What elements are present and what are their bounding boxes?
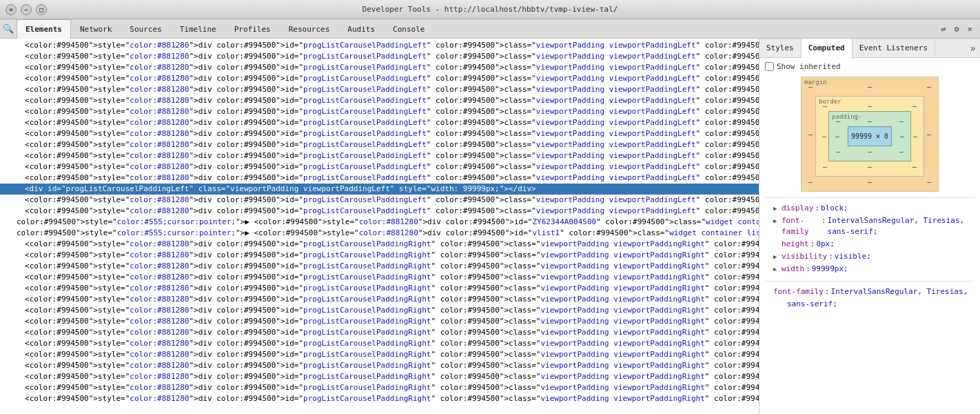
nav-icons: ⇌ ⚙ ✕ xyxy=(939,23,977,35)
html-panel: <color:#994500">style="color:#881280">di… xyxy=(0,39,759,414)
padding-bottom: – – – xyxy=(833,146,906,157)
html-line[interactable]: <color:#994500">style="color:#881280">di… xyxy=(0,250,759,261)
b-dash-r: – xyxy=(912,102,917,110)
html-line[interactable]: <color:#994500">style="color:#881280">di… xyxy=(0,195,759,206)
styles-content[interactable]: Show inherited margin – – – – border xyxy=(759,58,980,414)
tab-timeline[interactable]: Timeline xyxy=(171,19,225,39)
arrow-visibility[interactable]: ▶ xyxy=(773,251,780,262)
box-padding: padding- – – – – 999 xyxy=(828,111,911,161)
html-line[interactable]: <color:#994500">style="color:#881280">di… xyxy=(0,139,759,150)
tab-audits[interactable]: Audits xyxy=(338,19,384,39)
b-dash-bl: – xyxy=(823,163,827,170)
close-devtools-icon[interactable]: ✕ xyxy=(966,23,974,35)
p-bottom: – xyxy=(868,148,872,155)
html-line[interactable]: <color:#994500">style="color:#881280">di… xyxy=(0,128,759,139)
html-line[interactable]: <color:#994500">style="color:#881280">di… xyxy=(0,172,759,184)
styles-tabs: Styles Computed Event Listeners » xyxy=(759,39,980,58)
html-line[interactable]: <color:#994500">style="color:#881280">di… xyxy=(0,283,759,294)
search-icon[interactable]: 🔍 xyxy=(3,23,14,34)
show-inherited-row: Show inherited xyxy=(765,62,974,71)
prop-name-height: height xyxy=(782,239,809,250)
box-margin: margin – – – – border – – – xyxy=(801,77,939,192)
prop-height: ▶ height : 0px; xyxy=(765,238,974,250)
arrow-font-family[interactable]: ▶ xyxy=(773,215,780,226)
p-top: – xyxy=(868,117,872,125)
html-line[interactable]: <color:#994500">style="color:#881280">di… xyxy=(0,73,759,84)
html-line[interactable]: <color:#994500">style="color:#881280">di… xyxy=(0,294,759,305)
prop-value-display: block; xyxy=(821,203,848,214)
prop-name-display: display xyxy=(782,203,813,214)
html-line[interactable]: <color:#994500">style="color:#881280">di… xyxy=(0,95,759,106)
settings-icon[interactable]: ⚙ xyxy=(952,23,961,35)
prop-name-visibility: visibility xyxy=(782,251,827,262)
html-line[interactable]: <color:#994500">style="color:#881280">di… xyxy=(0,371,759,382)
prop-visibility: ▶ visibility : visible; xyxy=(765,250,974,263)
margin-left: – xyxy=(806,130,815,138)
css-properties-section: ▶ display : block; ▶ font-family : Inter… xyxy=(765,197,974,275)
border-right: – xyxy=(911,132,919,140)
prop-name-font-family: font-family xyxy=(782,215,820,237)
p-dash-r: – xyxy=(899,117,904,125)
html-line[interactable]: <color:#994500">style="color:#881280">di… xyxy=(0,360,759,371)
html-line[interactable]: <color:#994500">style="color:#881280">di… xyxy=(0,393,759,404)
show-inherited-checkbox[interactable] xyxy=(765,62,774,71)
html-line[interactable]: <color:#994500">style="color:#881280">di… xyxy=(0,117,759,128)
tab-event-listeners[interactable]: Event Listeners xyxy=(853,39,935,58)
html-line[interactable]: <color:#994500">style="color:#881280">di… xyxy=(0,150,759,161)
prop-value-width: 99999px; xyxy=(812,264,848,275)
title-bar-left: × − □ xyxy=(6,4,47,15)
dock-icon[interactable]: ⇌ xyxy=(939,23,948,35)
border-label: border xyxy=(819,98,841,105)
html-line[interactable]: <color:#994500">style="color:#881280">di… xyxy=(0,106,759,117)
html-line[interactable]: color:#994500">style="color:#555;cursor:… xyxy=(0,228,759,239)
tab-styles[interactable]: Styles xyxy=(759,39,802,58)
tab-elements[interactable]: Elements xyxy=(17,19,71,39)
tab-console[interactable]: Console xyxy=(384,19,433,39)
html-line[interactable]: <color:#994500">style="color:#881280">di… xyxy=(0,349,759,360)
arrow-width[interactable]: ▶ xyxy=(773,264,780,275)
html-line[interactable]: <color:#994500">style="color:#881280">di… xyxy=(0,327,759,338)
html-line[interactable]: <color:#994500">style="color:#881280">di… xyxy=(0,272,759,283)
html-line[interactable]: <color:#994500">style="color:#881280">di… xyxy=(0,62,759,73)
html-line[interactable]: <color:#994500">style="color:#881280">di… xyxy=(0,338,759,349)
m-bottom: – xyxy=(868,178,872,186)
more-tabs-icon[interactable]: » xyxy=(966,43,980,54)
minimize-button[interactable]: − xyxy=(21,4,32,15)
html-line[interactable]: <color:#994500">style="color:#881280">di… xyxy=(0,316,759,327)
margin-bottom: – – – xyxy=(806,177,934,187)
html-line[interactable]: <color:#994500">style="color:#881280">di… xyxy=(0,206,759,217)
tab-sources[interactable]: Sources xyxy=(121,19,170,39)
html-line[interactable]: <div id="progListCarouselPaddingLeft" cl… xyxy=(0,184,759,195)
window-title: Developer Tools - http://localhost/hbbtv… xyxy=(47,5,933,14)
border-left: – xyxy=(820,132,828,140)
html-line[interactable]: <color:#994500">style="color:#881280">di… xyxy=(0,382,759,393)
html-line[interactable]: <color:#994500">style="color:#881280">di… xyxy=(0,161,759,172)
prop-display: ▶ display : block; xyxy=(765,202,974,215)
restore-button[interactable]: □ xyxy=(36,4,47,15)
prop-font-family: ▶ font-family : IntervalSansRegular, Tir… xyxy=(765,215,974,238)
html-line[interactable]: <color:#994500">style="color:#881280">di… xyxy=(0,51,759,62)
tab-resources[interactable]: Resources xyxy=(280,19,339,39)
close-button[interactable]: × xyxy=(6,4,17,15)
html-line[interactable]: <color:#994500">style="color:#881280">di… xyxy=(0,305,759,316)
html-line[interactable]: color:#994500">style="color:#555;cursor:… xyxy=(0,217,759,228)
inherited-font-family-cont: sans-serif; xyxy=(765,298,974,310)
html-line[interactable]: <color:#994500">style="color:#881280">di… xyxy=(0,239,759,250)
tab-computed[interactable]: Computed xyxy=(802,39,853,58)
nav-bar: 🔍 Elements Network Sources Timeline Prof… xyxy=(0,19,980,39)
html-content[interactable]: <color:#994500">style="color:#881280">di… xyxy=(0,39,759,414)
inherited-font-family: font-family : IntervalSansRegular, Tires… xyxy=(765,286,974,298)
b-bottom: – xyxy=(868,163,872,170)
margin-label: margin xyxy=(804,79,827,86)
margin-right: – xyxy=(924,130,934,138)
box-content-value: 99999 × 0 xyxy=(848,126,892,146)
box-border: border – – – – padding- xyxy=(815,96,924,177)
html-line[interactable]: <color:#994500">style="color:#881280">di… xyxy=(0,84,759,95)
show-inherited-label: Show inherited xyxy=(777,62,841,71)
html-line[interactable]: <color:#994500">style="color:#881280">di… xyxy=(0,261,759,272)
tab-network[interactable]: Network xyxy=(71,19,121,39)
html-line[interactable]: <color:#994500">style="color:#881280">di… xyxy=(0,40,759,51)
arrow-display[interactable]: ▶ xyxy=(773,203,780,214)
tab-profiles[interactable]: Profiles xyxy=(225,19,280,39)
prop-value-visibility: visible; xyxy=(835,251,871,262)
